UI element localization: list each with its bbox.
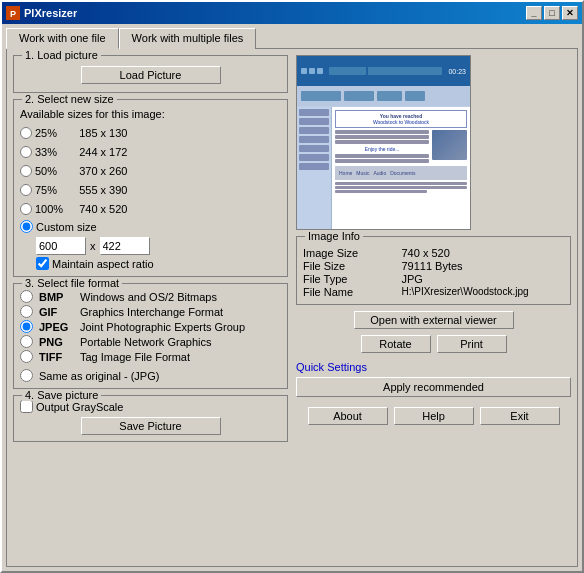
- image-info-title-label: Image Info: [305, 230, 363, 242]
- custom-height-input[interactable]: [100, 237, 150, 255]
- fake-line-1: [335, 130, 429, 134]
- fake-line-3: [335, 140, 429, 144]
- size-100: 100%: [20, 200, 63, 218]
- fake-nav-home: Home: [339, 170, 352, 176]
- save-picture-button[interactable]: Save Picture: [81, 417, 221, 435]
- size-dims-75: 555 x 390: [79, 181, 127, 199]
- format-tiff-name: TIFF: [39, 351, 74, 363]
- size-75-radio[interactable]: [20, 184, 32, 196]
- rotate-button[interactable]: Rotate: [361, 335, 431, 353]
- format-tiff-radio[interactable]: [20, 350, 33, 363]
- size-dims-100: 740 x 520: [79, 200, 127, 218]
- rotate-print-row: Rotate Print: [296, 335, 571, 353]
- fake-dot-3: [317, 68, 323, 74]
- format-tiff-desc: Tag Image File Format: [80, 351, 190, 363]
- image-info-group: Image Info Image Size 740 x 520 File Siz…: [296, 236, 571, 305]
- window-content: Work with one file Work with multiple fi…: [2, 24, 582, 571]
- format-png-radio[interactable]: [20, 335, 33, 348]
- img-size-value: 740 x 520: [401, 247, 564, 259]
- size-75-label: 75%: [35, 184, 57, 196]
- file-format-label: 3. Select file format: [22, 277, 122, 289]
- fake-dot-1: [301, 68, 307, 74]
- size-100-radio[interactable]: [20, 203, 32, 215]
- maintain-aspect-checkbox[interactable]: [36, 257, 49, 270]
- load-picture-button[interactable]: Load Picture: [81, 66, 221, 84]
- size-25-label: 25%: [35, 127, 57, 139]
- help-button[interactable]: Help: [394, 407, 474, 425]
- tab-content: 1. Load picture Load Picture 2. Select n…: [6, 48, 578, 567]
- format-gif-desc: Graphics Interchange Format: [80, 306, 223, 318]
- minimize-button[interactable]: _: [526, 6, 542, 20]
- format-png-desc: Portable Network Graphics: [80, 336, 211, 348]
- custom-width-input[interactable]: [36, 237, 86, 255]
- save-picture-label: 4. Save picture: [22, 389, 101, 401]
- right-panel: 00:23: [296, 55, 571, 560]
- custom-size-label: Custom size: [36, 221, 97, 233]
- apply-recommended-button[interactable]: Apply recommended: [296, 377, 571, 397]
- size-col-dims: 185 x 130 244 x 172 370 x 260 555 x 390: [79, 124, 127, 218]
- format-gif: GIF Graphics Interchange Format: [20, 305, 281, 318]
- img-size-label: Image Size: [303, 247, 393, 259]
- save-picture-group: 4. Save picture Output GrayScale Save Pi…: [13, 395, 288, 442]
- format-bmp: BMP Windows and OS/2 Bitmaps: [20, 290, 281, 303]
- select-size-label: 2. Select new size: [22, 93, 117, 105]
- fake-desc-1: [335, 182, 467, 185]
- about-button[interactable]: About: [308, 407, 388, 425]
- format-jpeg-radio[interactable]: [20, 320, 33, 333]
- size-options: 25% 33% 50%: [20, 124, 281, 218]
- file-type-label: File Type: [303, 273, 393, 285]
- size-col-percentages: 25% 33% 50%: [20, 124, 63, 218]
- tab-bar: Work with one file Work with multiple fi…: [6, 28, 578, 49]
- grayscale-label: Output GrayScale: [36, 401, 123, 413]
- size-75: 75%: [20, 181, 63, 199]
- fake-dot-2: [309, 68, 315, 74]
- format-bmp-desc: Windows and OS/2 Bitmaps: [80, 291, 217, 303]
- grayscale-checkbox[interactable]: [20, 400, 33, 413]
- format-gif-radio[interactable]: [20, 305, 33, 318]
- fake-bottom-nav: Home Music Audio Documents: [335, 166, 467, 180]
- file-size-value: 79111 Bytes: [401, 260, 564, 272]
- exit-button[interactable]: Exit: [480, 407, 560, 425]
- tab-multiple-files[interactable]: Work with multiple files: [119, 28, 257, 49]
- fake-main-content: You have reached Woodstock to Woodstock …: [332, 107, 470, 229]
- maximize-button[interactable]: □: [544, 6, 560, 20]
- fake-sidebar-item-6: [299, 154, 329, 161]
- dims-33: 244 x 172: [79, 146, 127, 158]
- close-button[interactable]: ✕: [562, 6, 578, 20]
- format-bmp-name: BMP: [39, 291, 74, 303]
- size-33-radio[interactable]: [20, 146, 32, 158]
- dims-100: 740 x 520: [79, 203, 127, 215]
- size-dims-50: 370 x 260: [79, 162, 127, 180]
- format-same-radio[interactable]: [20, 369, 33, 382]
- file-formats-list: BMP Windows and OS/2 Bitmaps GIF Graphic…: [20, 290, 281, 382]
- custom-size-row: Custom size: [20, 220, 281, 233]
- size-50-radio[interactable]: [20, 165, 32, 177]
- quick-settings-section: Quick Settings Apply recommended: [296, 361, 571, 397]
- size-50-label: 50%: [35, 165, 57, 177]
- x-separator: x: [90, 240, 96, 252]
- format-jpeg: JPEG Joint Photographic Experts Group: [20, 320, 281, 333]
- size-dims-33: 244 x 172: [79, 143, 127, 161]
- print-button[interactable]: Print: [437, 335, 507, 353]
- size-25-radio[interactable]: [20, 127, 32, 139]
- fake-welcome-box: You have reached Woodstock to Woodstock: [335, 110, 467, 128]
- svg-text:P: P: [10, 9, 16, 19]
- bottom-buttons: About Help Exit: [296, 407, 571, 425]
- fake-time: 00:23: [448, 68, 466, 75]
- tab-one-file[interactable]: Work with one file: [6, 28, 119, 49]
- file-type-value: JPG: [401, 273, 564, 285]
- format-jpeg-name: JPEG: [39, 321, 74, 333]
- title-bar-left: P PIXresizer: [6, 6, 77, 20]
- format-bmp-radio[interactable]: [20, 290, 33, 303]
- fake-nav-docs: Documents: [390, 170, 415, 176]
- open-external-button[interactable]: Open with external viewer: [354, 311, 514, 329]
- size-33-label: 33%: [35, 146, 57, 158]
- dims-75: 555 x 390: [79, 184, 127, 196]
- format-jpeg-desc: Joint Photographic Experts Group: [80, 321, 245, 333]
- left-panel: 1. Load picture Load Picture 2. Select n…: [13, 55, 288, 560]
- fake-line-4: [335, 154, 429, 158]
- custom-size-radio[interactable]: [20, 220, 33, 233]
- select-size-group: 2. Select new size Available sizes for t…: [13, 99, 288, 277]
- fake-sidebar-item-3: [299, 127, 329, 134]
- format-same-as: Same as original - (JPG): [20, 369, 281, 382]
